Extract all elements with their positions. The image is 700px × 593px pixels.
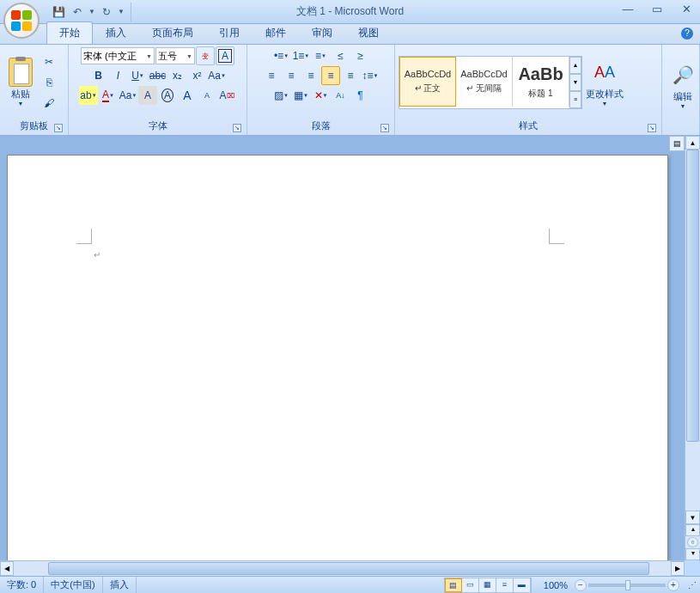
change-styles-button[interactable]: AA 更改样式 ▼ bbox=[582, 57, 627, 108]
tab-insert[interactable]: 插入 bbox=[93, 21, 139, 44]
show-marks-button[interactable]: ¶ bbox=[351, 86, 370, 105]
decrease-indent-button[interactable]: ≤ bbox=[332, 46, 350, 65]
bullets-button[interactable]: •≡▼ bbox=[272, 46, 291, 65]
outline-view[interactable]: ≡ bbox=[496, 578, 514, 592]
minimize-button[interactable]: — bbox=[618, 3, 638, 18]
group-label: 字体 bbox=[149, 120, 167, 131]
asian-layout-button[interactable]: ✕▼ bbox=[312, 86, 331, 105]
tab-review[interactable]: 审阅 bbox=[299, 21, 345, 44]
zoom-out-button[interactable]: − bbox=[575, 579, 587, 591]
font-launcher[interactable]: ↘ bbox=[233, 124, 241, 132]
save-icon[interactable]: 💾 bbox=[50, 3, 67, 21]
zoom-in-button[interactable]: + bbox=[667, 579, 679, 591]
scroll-left-button[interactable]: ◀ bbox=[0, 561, 14, 576]
redo-icon[interactable]: ↻ bbox=[98, 3, 115, 21]
style-expand[interactable]: ≡ bbox=[569, 91, 581, 108]
style-scroll-down[interactable]: ▼ bbox=[569, 74, 581, 91]
tab-view[interactable]: 视图 bbox=[345, 21, 392, 44]
insert-mode[interactable]: 插入 bbox=[103, 577, 137, 593]
font-name-select[interactable]: 宋体 (中文正▼ bbox=[81, 47, 155, 64]
numbering-button[interactable]: 1≡▼ bbox=[292, 46, 311, 65]
align-right-button[interactable]: ≡ bbox=[301, 66, 320, 85]
style-normal[interactable]: AaBbCcDd ↵ 正文 bbox=[399, 57, 456, 107]
highlight-button[interactable]: ab▼ bbox=[79, 86, 98, 105]
clipboard-launcher[interactable]: ↘ bbox=[54, 124, 63, 132]
web-layout-view[interactable]: ▦ bbox=[479, 578, 496, 592]
style-scroll-up[interactable]: ▲ bbox=[569, 57, 581, 74]
format-painter-button[interactable]: 🖌 bbox=[40, 94, 58, 113]
draft-view[interactable]: ▬ bbox=[514, 578, 531, 592]
ruler-toggle-button[interactable]: ▤ bbox=[669, 136, 685, 151]
qat-customize-dropdown-icon[interactable]: ▼ bbox=[117, 8, 125, 15]
bold-button[interactable]: B bbox=[89, 66, 108, 85]
group-clipboard: 粘贴 ▼ ✂ ⎘ 🖌 剪贴板↘ bbox=[0, 45, 69, 135]
style-nospacing[interactable]: AaBbCcDd ↵ 无间隔 bbox=[456, 57, 513, 107]
print-layout-view[interactable]: ▤ bbox=[445, 578, 462, 592]
sort-button[interactable]: A↓ bbox=[332, 86, 350, 105]
multilevel-button[interactable]: ≡▼ bbox=[312, 46, 331, 65]
tab-home[interactable]: 开始 bbox=[46, 21, 93, 44]
align-distribute-button[interactable]: ≡ bbox=[341, 66, 360, 85]
scroll-thumb[interactable] bbox=[686, 150, 699, 442]
align-justify-button[interactable]: ≡ bbox=[321, 66, 340, 85]
tab-pagelayout[interactable]: 页面布局 bbox=[139, 21, 206, 44]
close-button[interactable]: ✕ bbox=[676, 3, 697, 18]
underline-button[interactable]: U▼ bbox=[129, 66, 148, 85]
vertical-scrollbar: ▲ ▼ ▴ ○ ▾ bbox=[685, 136, 700, 560]
clipboard-icon bbox=[9, 58, 33, 87]
char-scale-button[interactable]: Aa▼ bbox=[119, 86, 137, 105]
strikethrough-button[interactable]: abc bbox=[149, 66, 167, 85]
paste-button[interactable]: 粘贴 ▼ bbox=[3, 57, 38, 108]
help-icon[interactable]: ? bbox=[681, 28, 693, 40]
style-heading1[interactable]: AaBb 标题 1 bbox=[513, 57, 569, 107]
undo-dropdown-icon[interactable]: ▼ bbox=[88, 8, 96, 15]
office-button[interactable] bbox=[3, 3, 40, 39]
styles-launcher[interactable]: ↘ bbox=[648, 124, 656, 132]
subscript-button[interactable]: x₂ bbox=[168, 66, 187, 85]
shrink-font-button[interactable]: A bbox=[198, 86, 216, 105]
change-case-button[interactable]: Aa▼ bbox=[208, 66, 227, 85]
cut-button[interactable]: ✂ bbox=[40, 52, 58, 71]
grow-font-button[interactable]: A bbox=[178, 86, 197, 105]
align-left-button[interactable]: ≡ bbox=[262, 66, 281, 85]
zoom-level[interactable]: 100% bbox=[537, 577, 575, 593]
shading-button[interactable]: ▨▼ bbox=[272, 86, 291, 105]
scroll-track[interactable] bbox=[685, 150, 700, 510]
copy-button[interactable]: ⎘ bbox=[40, 73, 58, 92]
font-color-button[interactable]: A▼ bbox=[99, 86, 118, 105]
scroll-down-button[interactable]: ▼ bbox=[685, 510, 700, 524]
language[interactable]: 中文(中国) bbox=[44, 577, 102, 593]
hscroll-thumb[interactable] bbox=[48, 562, 649, 575]
line-spacing-button[interactable]: ↕≡▼ bbox=[361, 66, 380, 85]
maximize-button[interactable]: ▭ bbox=[647, 3, 667, 18]
document-page[interactable]: ↵ bbox=[7, 155, 668, 560]
italic-button[interactable]: I bbox=[109, 66, 128, 85]
group-font: 宋体 (中文正▼ 五号▼ 变 A B I U▼ abc x₂ x² Aa▼ ab… bbox=[69, 45, 247, 135]
paragraph-launcher[interactable]: ↘ bbox=[380, 124, 389, 132]
tab-mailings[interactable]: 邮件 bbox=[253, 21, 299, 44]
clear-format-button[interactable]: A⌧ bbox=[217, 86, 236, 105]
scroll-right-button[interactable]: ▶ bbox=[671, 561, 685, 576]
borders-button[interactable]: ▦▼ bbox=[292, 86, 311, 105]
next-page-button[interactable]: ▾ bbox=[685, 548, 700, 560]
tab-references[interactable]: 引用 bbox=[206, 21, 253, 44]
char-border-button[interactable]: A bbox=[216, 46, 234, 65]
phonetic-guide-button[interactable]: 变 bbox=[196, 46, 215, 65]
increase-indent-button[interactable]: ≥ bbox=[351, 46, 370, 65]
find-button[interactable]: 🔎 编辑 ▼ bbox=[666, 59, 700, 111]
align-center-button[interactable]: ≡ bbox=[282, 66, 301, 85]
enclose-char-button[interactable]: A bbox=[158, 86, 177, 105]
scroll-up-button[interactable]: ▲ bbox=[685, 136, 700, 150]
browse-object-button[interactable]: ○ bbox=[687, 537, 698, 547]
hscroll-track[interactable] bbox=[14, 561, 671, 576]
zoom-knob[interactable] bbox=[625, 580, 630, 590]
fullscreen-view[interactable]: ▭ bbox=[462, 578, 479, 592]
undo-icon[interactable]: ↶ bbox=[69, 3, 86, 21]
font-size-select[interactable]: 五号▼ bbox=[155, 47, 195, 64]
char-shading-button[interactable]: A bbox=[138, 86, 157, 105]
prev-page-button[interactable]: ▴ bbox=[685, 524, 700, 536]
zoom-slider[interactable] bbox=[588, 584, 666, 587]
word-count[interactable]: 字数: 0 bbox=[0, 577, 44, 593]
resize-grip-icon[interactable]: ⋰ bbox=[685, 580, 700, 590]
superscript-button[interactable]: x² bbox=[188, 66, 207, 85]
